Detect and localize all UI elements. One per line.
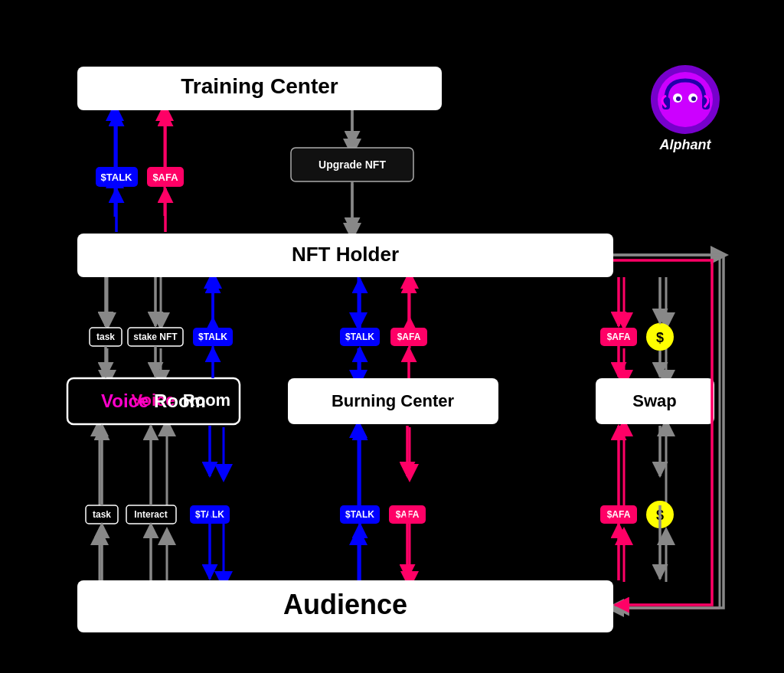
token-afa-topleft: $AFA (152, 172, 178, 183)
svg-point-102 (676, 96, 681, 101)
voice-room-label: Voice (131, 390, 175, 410)
diagram: Training Center NFT Holder Upgrade NFT V… (0, 0, 784, 673)
token-talk-burning-mid: $TALK (345, 332, 374, 342)
voice-room-label2: Room (183, 390, 230, 410)
alphant-text: Alphant (659, 137, 712, 152)
training-center-label: Training Center (181, 74, 338, 98)
swap-label: Swap (632, 391, 676, 410)
dollar-swap-top: $ (656, 330, 664, 345)
token-afa-swap-top: $AFA (607, 332, 631, 342)
token-afa-bottom: $AFA (607, 509, 631, 520)
token-talk-topleft: $TALK (101, 172, 133, 183)
main-svg: Training Center NFT Holder Upgrade NFT V… (0, 0, 784, 673)
token-afa-burning-mid: $AFA (397, 332, 421, 342)
task-label-mid: task (96, 332, 115, 342)
task-label-bottom: task (93, 509, 111, 520)
stake-nft-label: stake NFT (133, 332, 178, 342)
svg-point-103 (691, 96, 696, 101)
upgrade-nft-label: Upgrade NFT (318, 158, 386, 171)
audience-label: Audience (283, 589, 407, 620)
token-talk-burning-bottom: $TALK (345, 509, 374, 520)
burning-center-label: Burning Center (332, 391, 455, 410)
token-talk-midleft: $TALK (198, 332, 227, 342)
interact-label: Interact (134, 509, 167, 520)
nft-holder-label: NFT Holder (292, 243, 399, 266)
